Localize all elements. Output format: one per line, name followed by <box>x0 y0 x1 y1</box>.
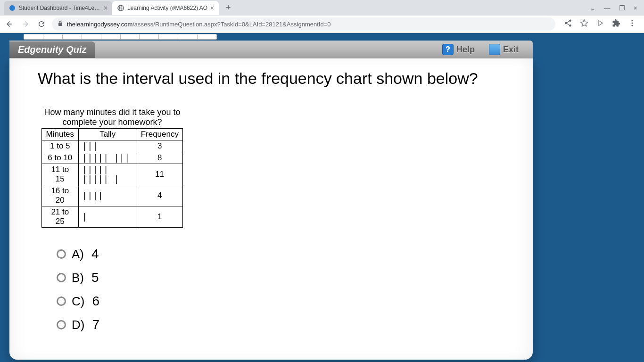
answer-value: 6 <box>92 294 99 309</box>
tab-student-dashboard[interactable]: Student Dashboard - Time4Learn × <box>4 1 112 15</box>
favicon-time4learning <box>8 4 16 12</box>
help-icon: ? <box>442 44 454 55</box>
cell-frequency: 4 <box>137 185 182 206</box>
minimize-icon[interactable]: — <box>604 4 611 12</box>
radio-icon <box>57 249 66 259</box>
answer-value: 4 <box>91 247 99 262</box>
cell-tally: | <box>78 206 137 228</box>
table-row: 21 to 25|1 <box>42 206 183 228</box>
table-row: 6 to 10||||| |||8 <box>42 152 183 164</box>
url-text: thelearningodyssey.com/assess/RuntimeQue… <box>67 21 330 28</box>
favicon-globe <box>117 4 124 12</box>
svg-point-4 <box>632 20 633 21</box>
menu-icon[interactable] <box>628 19 636 29</box>
cell-minutes: 21 to 25 <box>42 206 79 228</box>
answer-option-b[interactable]: B)5 <box>57 270 504 285</box>
toolbar: thelearningodyssey.com/assess/RuntimeQue… <box>0 16 644 33</box>
restore-icon[interactable]: ❐ <box>619 4 625 12</box>
cell-minutes: 11 to 15 <box>42 164 79 185</box>
tab-title: Student Dashboard - Time4Learn <box>19 5 101 11</box>
close-icon[interactable]: × <box>104 4 107 12</box>
cell-frequency: 8 <box>137 152 182 164</box>
chart-caption: How many minutes did it take you to comp… <box>41 107 183 127</box>
answer-option-a[interactable]: A)4 <box>57 247 504 262</box>
cell-tally: |||| <box>78 185 137 206</box>
toolbar-actions <box>560 19 640 29</box>
table-row: 16 to 20||||4 <box>42 185 183 206</box>
answer-letter: B) <box>72 271 84 285</box>
reload-button[interactable] <box>36 18 47 30</box>
frequency-table: Minutes Tally Frequency 1 to 5|||36 to 1… <box>41 128 183 228</box>
quiz-body: What is the interval used in the frequen… <box>9 58 533 360</box>
tab-title: Learning Activity (#MA6622) AO <box>127 5 207 11</box>
svg-point-5 <box>632 23 633 24</box>
help-button[interactable]: ? Help <box>442 44 475 55</box>
quiz-header: Edgenuity Quiz ? Help Exit <box>9 41 533 58</box>
frequency-chart: How many minutes did it take you to comp… <box>41 107 504 228</box>
browser-chrome: Student Dashboard - Time4Learn × Learnin… <box>0 0 644 33</box>
cell-minutes: 1 to 5 <box>42 140 79 152</box>
answer-option-c[interactable]: C)6 <box>57 294 504 309</box>
cell-minutes: 16 to 20 <box>42 185 79 206</box>
radio-icon <box>57 296 66 306</box>
cell-frequency: 3 <box>137 140 182 152</box>
table-row: 1 to 5|||3 <box>42 140 183 152</box>
quiz-progress <box>24 34 217 40</box>
svg-point-6 <box>632 25 633 26</box>
cell-frequency: 11 <box>137 164 182 185</box>
answer-option-d[interactable]: D)7 <box>57 317 504 332</box>
answer-list: A)4B)5C)6D)7 <box>57 247 504 332</box>
exit-button[interactable]: Exit <box>489 44 519 55</box>
cell-minutes: 6 to 10 <box>42 152 79 164</box>
close-window-icon[interactable]: × <box>634 4 637 12</box>
svg-point-0 <box>9 5 15 11</box>
quiz-frame: Edgenuity Quiz ? Help Exit What is the i… <box>9 33 533 360</box>
lock-icon <box>58 21 63 28</box>
star-icon[interactable] <box>580 19 588 29</box>
chevron-down-icon[interactable]: ⌄ <box>590 4 595 12</box>
exit-icon <box>489 44 500 55</box>
col-minutes: Minutes <box>42 129 79 140</box>
cell-frequency: 1 <box>137 206 182 228</box>
close-icon[interactable]: × <box>210 4 214 12</box>
cell-tally: ||| <box>78 140 137 152</box>
question-text: What is the interval used in the frequen… <box>38 68 504 89</box>
answer-letter: A) <box>72 247 84 262</box>
forward-button[interactable] <box>20 18 31 30</box>
play-icon[interactable] <box>596 19 604 29</box>
col-tally: Tally <box>78 129 137 140</box>
new-tab-button[interactable]: + <box>222 1 235 15</box>
answer-letter: C) <box>72 294 84 309</box>
answer-value: 7 <box>92 317 99 332</box>
radio-icon <box>57 320 66 329</box>
extensions-icon[interactable] <box>612 19 620 29</box>
tab-bar: Student Dashboard - Time4Learn × Learnin… <box>0 0 644 16</box>
answer-letter: D) <box>72 318 84 332</box>
col-frequency: Frequency <box>137 129 182 140</box>
window-controls: ⌄ — ❐ × <box>590 4 644 12</box>
tab-learning-activity[interactable]: Learning Activity (#MA6622) AO × <box>112 1 219 15</box>
answer-value: 5 <box>91 270 99 285</box>
table-row: 11 to 15||||| ||||| |11 <box>42 164 183 185</box>
share-icon[interactable] <box>564 19 572 29</box>
quiz-title: Edgenuity Quiz <box>9 41 95 58</box>
radio-icon <box>57 273 66 282</box>
back-button[interactable] <box>4 18 15 30</box>
cell-tally: ||||| ||| <box>78 152 137 164</box>
page-background: Edgenuity Quiz ? Help Exit What is the i… <box>0 33 644 362</box>
cell-tally: ||||| ||||| | <box>78 164 137 185</box>
url-bar[interactable]: thelearningodyssey.com/assess/RuntimeQue… <box>52 17 555 31</box>
